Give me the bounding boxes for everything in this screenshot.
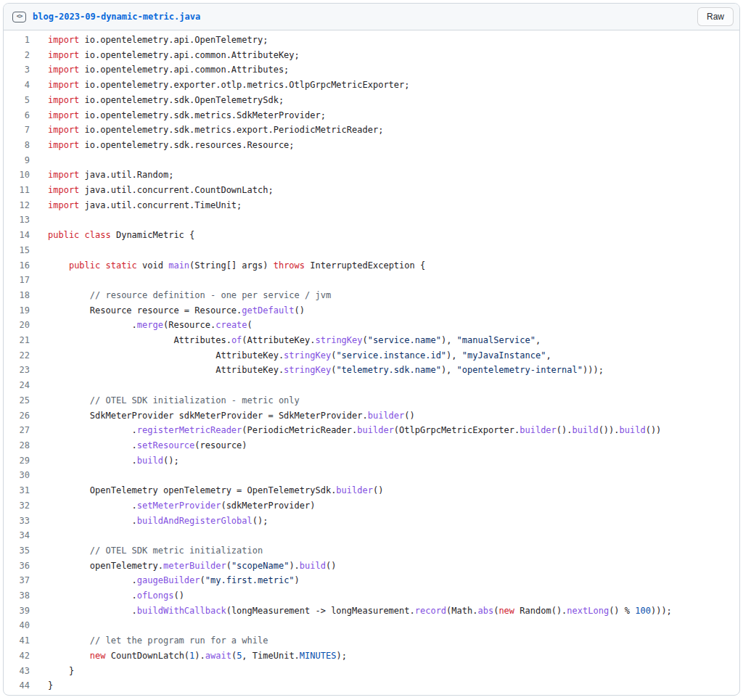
line-number[interactable]: 10 [4, 168, 30, 183]
line-number[interactable]: 25 [4, 393, 30, 408]
line-number[interactable]: 14 [4, 228, 30, 243]
code-line-content: .setMeterProvider(sdkMeterProvider) [30, 498, 315, 514]
line-number[interactable]: 35 [4, 543, 30, 559]
code-line: 38 .ofLongs() [4, 588, 739, 604]
line-number[interactable]: 20 [4, 318, 30, 333]
code-line-content: .buildAndRegisterGlobal(); [30, 514, 268, 529]
line-number[interactable]: 33 [4, 514, 30, 529]
line-number[interactable]: 29 [4, 453, 30, 469]
line-number[interactable]: 7 [4, 123, 30, 138]
code-line-content [30, 243, 48, 258]
raw-button[interactable]: Raw [697, 7, 734, 26]
code-line: 23 AttributeKey.stringKey("telemetry.sdk… [4, 363, 739, 378]
file-viewer: <> blog-2023-09-dynamic-metric.java Raw … [3, 3, 740, 696]
code-line: 27 .registerMetricReader(PeriodicMetricR… [4, 423, 739, 438]
line-number[interactable]: 26 [4, 408, 30, 424]
line-number[interactable]: 1 [4, 33, 30, 48]
code-line: 33 .buildAndRegisterGlobal(); [4, 514, 739, 529]
line-number[interactable]: 24 [4, 378, 30, 393]
code-line: 32 .setMeterProvider(sdkMeterProvider) [4, 498, 739, 514]
code-line-content: .merge(Resource.create( [30, 318, 253, 333]
code-line-content: import java.util.concurrent.CountDownLat… [30, 183, 274, 198]
code-line: 22 AttributeKey.stringKey("service.insta… [4, 348, 739, 363]
line-number[interactable]: 23 [4, 363, 30, 378]
code-line: 2import io.opentelemetry.api.common.Attr… [4, 48, 739, 63]
code-line-content: // OTEL SDK initialization - metric only [30, 393, 300, 408]
code-line-content: import io.opentelemetry.api.OpenTelemetr… [30, 33, 268, 48]
code-line: 28 .setResource(resource) [4, 438, 739, 453]
line-number[interactable]: 4 [4, 78, 30, 93]
code-line-content [30, 153, 48, 168]
code-line-content [30, 468, 48, 483]
line-number[interactable]: 6 [4, 108, 30, 123]
line-number[interactable]: 43 [4, 664, 30, 679]
line-number[interactable]: 9 [4, 153, 30, 168]
line-number[interactable]: 34 [4, 528, 30, 543]
code-line: 37 .gaugeBuilder("my.first.metric") [4, 573, 739, 588]
line-number[interactable]: 38 [4, 588, 30, 604]
line-number[interactable]: 16 [4, 258, 30, 273]
line-number[interactable]: 12 [4, 198, 30, 213]
code-line-content: import io.opentelemetry.api.common.Attri… [30, 62, 289, 78]
code-line-content: import io.opentelemetry.sdk.OpenTelemetr… [30, 93, 284, 108]
code-line: 12import java.util.concurrent.TimeUnit; [4, 198, 739, 213]
line-number[interactable]: 39 [4, 604, 30, 619]
file-header: <> blog-2023-09-dynamic-metric.java Raw [4, 4, 739, 30]
code-line: 19 Resource resource = Resource.getDefau… [4, 303, 739, 318]
code-line-content: // resource definition - one per service… [30, 288, 331, 303]
code-line: 10import java.util.Random; [4, 168, 739, 183]
code-line: 44} [4, 678, 739, 693]
code-lines: 1import io.opentelemetry.api.OpenTelemet… [4, 30, 739, 696]
line-number[interactable]: 44 [4, 678, 30, 693]
code-line-content: Resource resource = Resource.getDefault(… [30, 303, 305, 318]
code-line-content [30, 618, 48, 633]
line-number[interactable]: 41 [4, 633, 30, 648]
code-line-content: } [30, 678, 53, 693]
line-number[interactable]: 27 [4, 423, 30, 438]
line-number[interactable]: 22 [4, 348, 30, 363]
code-line-content: .buildWithCallback(longMeasurement -> lo… [30, 604, 672, 619]
code-line-content [30, 273, 48, 288]
code-line: 42 new CountDownLatch(1).await(5, TimeUn… [4, 648, 739, 664]
line-number[interactable]: 2 [4, 48, 30, 63]
code-line-content: } [30, 664, 74, 679]
code-line: 6import io.opentelemetry.sdk.metrics.Sdk… [4, 108, 739, 123]
line-number[interactable]: 30 [4, 468, 30, 483]
line-number[interactable]: 11 [4, 183, 30, 198]
line-number[interactable]: 13 [4, 213, 30, 228]
code-line-content [30, 213, 48, 228]
line-number[interactable]: 8 [4, 138, 30, 153]
code-line: 20 .merge(Resource.create( [4, 318, 739, 333]
line-number[interactable]: 5 [4, 93, 30, 108]
line-number[interactable]: 17 [4, 273, 30, 288]
code-line: 21 Attributes.of(AttributeKey.stringKey(… [4, 333, 739, 348]
line-number[interactable]: 21 [4, 333, 30, 348]
code-line: 25 // OTEL SDK initialization - metric o… [4, 393, 739, 408]
line-number[interactable]: 37 [4, 573, 30, 588]
line-number[interactable]: 28 [4, 438, 30, 453]
code-line: 35 // OTEL SDK metric initialization [4, 543, 739, 559]
line-number[interactable]: 42 [4, 648, 30, 664]
code-line-content: .gaugeBuilder("my.first.metric") [30, 573, 300, 588]
code-line-content: // OTEL SDK metric initialization [30, 543, 263, 559]
code-line-content: import java.util.Random; [30, 168, 173, 183]
code-line: 17 [4, 273, 739, 288]
code-line: 4import io.opentelemetry.exporter.otlp.m… [4, 78, 739, 93]
line-number[interactable]: 31 [4, 483, 30, 498]
line-number[interactable]: 3 [4, 62, 30, 78]
code-line: 16 public static void main(String[] args… [4, 258, 739, 273]
line-number[interactable]: 19 [4, 303, 30, 318]
line-number[interactable]: 40 [4, 618, 30, 633]
code-line-content: import io.opentelemetry.sdk.metrics.expo… [30, 123, 383, 138]
code-line-content: .ofLongs() [30, 588, 184, 604]
line-number[interactable]: 15 [4, 243, 30, 258]
line-number[interactable]: 32 [4, 498, 30, 514]
code-line: 40 [4, 618, 739, 633]
line-number[interactable]: 18 [4, 288, 30, 303]
line-number[interactable]: 36 [4, 559, 30, 574]
code-line-content: .registerMetricReader(PeriodicMetricRead… [30, 423, 661, 438]
code-line: 26 SdkMeterProvider sdkMeterProvider = S… [4, 408, 739, 424]
code-line: 29 .build(); [4, 453, 739, 469]
code-line: 31 OpenTelemetry openTelemetry = OpenTel… [4, 483, 739, 498]
code-line: 30 [4, 468, 739, 483]
